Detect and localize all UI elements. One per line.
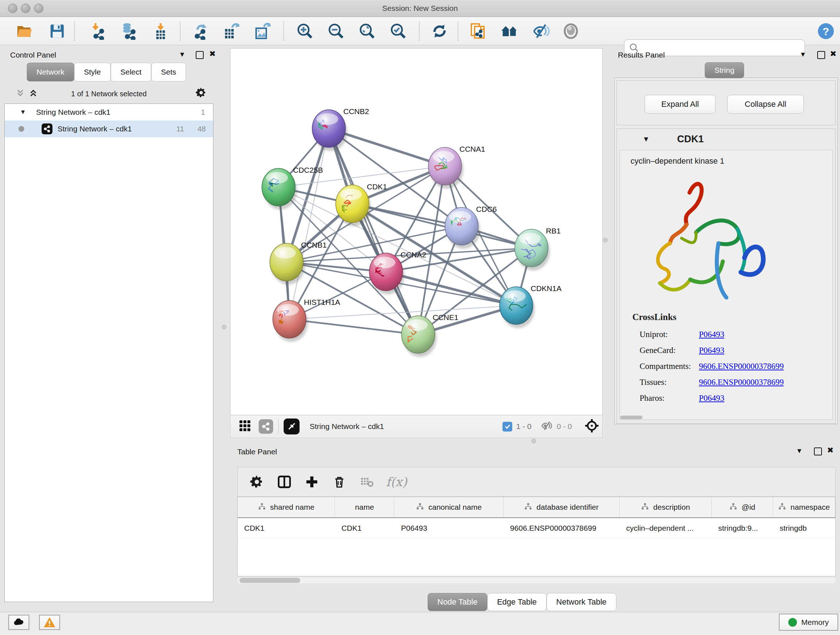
- table-panel-float-icon[interactable]: [814, 448, 822, 457]
- right-splitter-grip[interactable]: [603, 238, 608, 242]
- column-header-canonicalname[interactable]: canonical name: [394, 497, 504, 517]
- import-network-file-icon[interactable]: [89, 22, 107, 40]
- column-header-sharedname[interactable]: shared name: [238, 497, 335, 517]
- table-cell[interactable]: stringdb:9...: [712, 518, 773, 538]
- table-cell[interactable]: CDK1: [335, 518, 395, 538]
- grid-view-icon[interactable]: [238, 419, 251, 434]
- hide-nodes-icon[interactable]: [532, 22, 550, 40]
- table-cell[interactable]: stringdb: [773, 518, 835, 538]
- tab-network[interactable]: Network: [27, 63, 74, 81]
- control-panel-close-icon[interactable]: ✖: [209, 50, 216, 58]
- export-network-icon[interactable]: [192, 22, 210, 40]
- node-CDC25B[interactable]: CDC25B: [262, 166, 323, 210]
- collection-expand-arrow-icon[interactable]: ▼: [20, 109, 26, 116]
- tab-edge-table[interactable]: Edge Table: [487, 593, 546, 611]
- node-CCNA1[interactable]: CCNA1: [428, 145, 485, 188]
- tab-style[interactable]: Style: [74, 63, 111, 81]
- table-hscrollbar[interactable]: [237, 578, 836, 583]
- column-header-id[interactable]: @id: [712, 497, 773, 517]
- results-panel-float-icon[interactable]: [817, 51, 825, 60]
- control-panel-menu-arrow[interactable]: ▾: [180, 50, 184, 58]
- table-hscroll-thumb[interactable]: [240, 578, 300, 583]
- node-CDKN1A[interactable]: CDKN1A: [500, 284, 561, 328]
- edge-CCNB2-CCNE1[interactable]: [329, 128, 418, 334]
- crosslink-value[interactable]: 9606.ENSP00000378699: [699, 362, 784, 371]
- collapse-all-button[interactable]: Collapse All: [727, 95, 804, 114]
- cloud-status-button[interactable]: [8, 615, 29, 630]
- bottom-splitter-grip[interactable]: [531, 439, 536, 443]
- column-header-namespace[interactable]: namespace: [773, 497, 835, 517]
- node-CCNA2[interactable]: CCNA2: [369, 250, 426, 295]
- node-CCNB1[interactable]: CCNB1: [270, 241, 327, 285]
- edge-CDK1-RB1[interactable]: [352, 204, 531, 248]
- node-CDC6[interactable]: CDC6: [445, 205, 497, 249]
- import-network-database-icon[interactable]: [120, 22, 138, 40]
- warning-status-button[interactable]: [39, 615, 60, 630]
- tab-select[interactable]: Select: [111, 63, 151, 81]
- node-HIST1H1A[interactable]: HIST1H1A: [273, 298, 340, 342]
- string-home-icon[interactable]: [500, 22, 518, 40]
- left-splitter-grip[interactable]: [222, 325, 226, 329]
- table-settings-gear-icon[interactable]: [248, 473, 265, 490]
- edge-CDKN1A-HIST1H1A[interactable]: [289, 306, 516, 319]
- tab-sets[interactable]: Sets: [151, 63, 186, 81]
- crosslink-value[interactable]: P06493: [699, 346, 724, 355]
- cdk1-entry-header[interactable]: ▼ CDK1: [616, 128, 836, 149]
- column-header-name[interactable]: name: [335, 497, 395, 517]
- zoom-fit-icon[interactable]: [358, 22, 376, 40]
- table-panel-menu-arrow[interactable]: ▾: [797, 447, 801, 455]
- export-table-icon[interactable]: [223, 22, 240, 40]
- column-header-databaseidentifier[interactable]: database identifier: [504, 497, 620, 517]
- table-cell[interactable]: CDK1: [238, 518, 335, 538]
- node-CCNE1[interactable]: CCNE1: [401, 313, 458, 357]
- crosslink-value[interactable]: P06493: [699, 394, 724, 403]
- node-CCNB2[interactable]: CCNB2: [312, 107, 369, 151]
- edge-CCNB2-HIST1H1A[interactable]: [289, 128, 329, 319]
- hidden-eye-slash-icon[interactable]: [541, 420, 553, 433]
- crosslink-value[interactable]: 9606.ENSP00000378699: [699, 378, 784, 387]
- results-panel-close-icon[interactable]: ✖: [830, 50, 836, 58]
- table-cell[interactable]: P06493: [394, 518, 504, 538]
- tab-network-table[interactable]: Network Table: [546, 593, 616, 611]
- node-RB1[interactable]: RB1: [515, 226, 561, 271]
- table-cell[interactable]: cyclin–dependent ...: [620, 518, 712, 538]
- birdseye-view-icon[interactable]: [284, 418, 300, 434]
- edge-HIST1H1A-CCNE1[interactable]: [289, 319, 418, 334]
- selected-checkbox-icon[interactable]: [502, 422, 512, 432]
- entry-collapse-arrow-icon[interactable]: ▼: [643, 135, 650, 143]
- zoom-selected-icon[interactable]: [389, 22, 407, 40]
- show-nodes-icon[interactable]: [562, 22, 580, 40]
- network-collection-row[interactable]: ▼ String Network – cdk1 1: [5, 104, 213, 120]
- results-panel-menu-arrow[interactable]: ▾: [801, 50, 805, 58]
- string-network-graph[interactable]: CCNB2CCNA1CDC25BCDK1CDC6RB1CCNB1CCNA2CDK…: [231, 49, 602, 415]
- network-canvas[interactable]: CCNB2CCNA1CDC25BCDK1CDC6RB1CCNB1CCNA2CDK…: [230, 48, 603, 415]
- string-view-icon[interactable]: [259, 419, 273, 434]
- help-icon[interactable]: ?: [817, 22, 835, 40]
- crosslink-value[interactable]: P06493: [699, 330, 724, 339]
- export-image-icon[interactable]: [254, 22, 272, 40]
- table-panel-close-icon[interactable]: ✖: [827, 447, 834, 454]
- save-session-icon[interactable]: [48, 22, 66, 40]
- delete-column-icon[interactable]: [331, 473, 347, 490]
- tab-node-table[interactable]: Node Table: [428, 593, 487, 611]
- table-row[interactable]: CDK1CDK1P064939606.ENSP00000378699cyclin…: [238, 518, 835, 538]
- open-session-icon[interactable]: [16, 22, 34, 40]
- table-cell[interactable]: 9606.ENSP00000378699: [504, 518, 620, 538]
- show-columns-icon[interactable]: [276, 473, 293, 490]
- results-hscroll-thumb[interactable]: [620, 416, 643, 419]
- memory-button[interactable]: Memory: [779, 614, 838, 631]
- network-row[interactable]: String Network – cdk1 11 48: [5, 120, 213, 137]
- add-column-icon[interactable]: [303, 473, 320, 490]
- column-header-description[interactable]: description: [620, 497, 712, 517]
- center-view-crosshair-icon[interactable]: [584, 418, 600, 435]
- import-table-file-icon[interactable]: [152, 22, 170, 40]
- zoom-in-icon[interactable]: [296, 22, 314, 40]
- tab-string[interactable]: String: [705, 62, 744, 78]
- node-table[interactable]: shared namenamecanonical namedatabase id…: [237, 497, 836, 576]
- zoom-out-icon[interactable]: [327, 22, 345, 40]
- expand-all-button[interactable]: Expand All: [645, 95, 715, 114]
- control-panel-float-icon[interactable]: [196, 51, 204, 60]
- refresh-icon[interactable]: [431, 22, 448, 40]
- string-import-icon[interactable]: [469, 22, 487, 40]
- network-options-gear-icon[interactable]: [195, 87, 207, 101]
